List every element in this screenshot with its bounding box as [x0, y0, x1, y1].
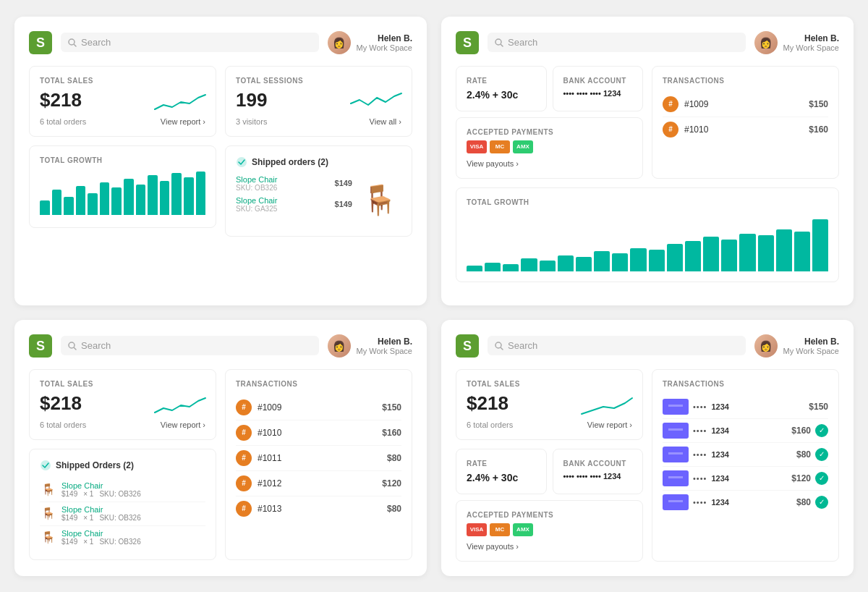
total-sessions-card-1: TOTAL SESSIONS 199 3 visitors View all › [225, 66, 412, 137]
search-bar-1[interactable]: Search [61, 33, 319, 52]
bar2-11 [649, 250, 665, 271]
svg-text:S: S [36, 35, 45, 50]
shipped-title-3: Shipped Orders (2) [40, 460, 205, 471]
total-sessions-footer-1: 3 visitors View all › [236, 117, 401, 126]
transactions-title-3: TRANSACTIONS [236, 380, 401, 388]
view-report-link-1[interactable]: View report › [161, 117, 205, 126]
search-placeholder-2: Search [508, 37, 537, 48]
avatar-1: 👩 [328, 31, 351, 54]
tx-amount-3-1: $150 [382, 402, 401, 413]
svg-line-12 [75, 347, 77, 350]
bar-11 [160, 181, 170, 215]
shipped-item-3-1: 🪑 Slope Chair $149 × 1 SKU: OB326 [40, 478, 205, 502]
bar2-14 [703, 237, 719, 271]
rate-card-4: RATE 2.4% + 30c [456, 449, 547, 494]
user-name-4: Helen B. [783, 337, 839, 347]
avatar-2: 👩 [754, 31, 778, 54]
search-bar-2[interactable]: Search [488, 33, 746, 52]
search-icon-4 [495, 342, 503, 350]
svg-line-17 [501, 347, 503, 350]
tx-id-3-1: #1009 [258, 402, 281, 413]
tx-item-3-1: # #1009 $150 [236, 395, 401, 420]
sales-sparkline-3 [155, 392, 205, 418]
tx-badge-3-2: # [236, 425, 252, 441]
check-icon-4-5: ✓ [815, 496, 828, 509]
card-icon-4-1 [663, 399, 689, 415]
user-area-1: 👩 Helen B. My Work Space [328, 31, 412, 54]
panel4-left: TOTAL SALES $218 6 total orders View rep… [456, 369, 643, 562]
tx-card-item-4-5: •••• 1234 $80 ✓ [663, 491, 828, 514]
accepted-payments-card-2: ACCEPTED PAYMENTS VISA MC AMX View payou… [456, 117, 643, 179]
rate-value-2: 2.4% + 30c [467, 89, 536, 101]
card-dots-4-2: •••• [693, 426, 707, 435]
tx-badge-2-2: # [663, 122, 678, 138]
bank-label-2: BANK ACCOUNT [563, 77, 633, 85]
total-sessions-label-1: TOTAL SESSIONS [236, 77, 401, 85]
svg-text:S: S [463, 339, 472, 353]
user-info-4: Helen B. My Work Space [783, 337, 839, 355]
view-report-link-3[interactable]: View report › [161, 420, 205, 429]
shipped-card-3: Shipped Orders (2) 🪑 Slope Chair $149 × … [29, 449, 216, 560]
rate-bank-col: RATE 2.4% + 30c BANK ACCOUNT •••• •••• •… [456, 66, 643, 179]
amex-icon-2: AMX [513, 140, 533, 153]
view-payouts-2[interactable]: View payouts › [467, 159, 632, 168]
card-icon-4-2 [663, 423, 689, 439]
item-price-1-2: $149 [335, 200, 352, 208]
item-detail-3-1: $149 × 1 SKU: OB326 [61, 490, 205, 498]
bar2-6 [558, 255, 574, 271]
svg-rect-19 [668, 405, 683, 407]
tx-amount-2-2: $160 [809, 124, 828, 135]
view-report-link-4[interactable]: View report › [587, 420, 632, 429]
growth-title-1: TOTAL GROWTH [40, 156, 205, 164]
search-icon-3 [68, 342, 77, 350]
bar-5 [88, 193, 98, 215]
panel3-content: TOTAL SALES $218 6 total orders View rep… [29, 369, 412, 560]
tx-badge-2-1: # [663, 96, 678, 112]
card-icon-4-3 [663, 447, 689, 462]
panel2-header: S Search 👩 Helen B. My Work Space [456, 31, 839, 54]
shopify-logo-4: S [456, 334, 479, 358]
svg-text:S: S [463, 35, 472, 50]
check-icon-4-3: ✓ [815, 448, 828, 461]
tx-amount-2-1: $150 [809, 99, 828, 109]
bar2-16 [739, 234, 755, 271]
payment-icons-4: VISA MC AMX [467, 523, 632, 536]
bar2-13 [685, 241, 701, 271]
shipped-orders-title-1: Shipped orders (2) [252, 157, 328, 167]
visa-icon-2: VISA [467, 140, 487, 153]
bank-value-2: •••• •••• •••• 1234 [563, 89, 633, 98]
bar2-9 [612, 253, 628, 271]
dashboard-grid: S Search 👩 Helen B. My Work Space [14, 17, 854, 576]
avatar-img-2: 👩 [754, 31, 778, 54]
view-payouts-4[interactable]: View payouts › [467, 542, 632, 551]
search-bar-4[interactable]: Search [488, 336, 746, 355]
growth-barchart-1 [40, 172, 205, 215]
card-dots-4-3: •••• [693, 450, 707, 459]
total-sessions-value-1: 199 [236, 89, 267, 111]
growth-title-2: TOTAL GROWTH [467, 198, 828, 206]
shopify-logo-2: S [456, 31, 479, 54]
mc-icon-2: MC [490, 140, 510, 153]
shipped-item-info-3-2: Slope Chair $149 × 1 SKU: OB326 [61, 505, 205, 522]
total-sales-card-4: TOTAL SALES $218 6 total orders View rep… [456, 369, 643, 440]
tx-badge-3-1: # [236, 399, 252, 415]
shipped-item-1-2: Slope Chair SKU: GA325 $149 [236, 196, 352, 213]
bar-7 [111, 187, 122, 215]
check-icon-4-4: ✓ [815, 472, 828, 485]
user-area-3: 👩 Helen B. My Work Space [328, 334, 412, 358]
search-placeholder-3: Search [81, 340, 111, 351]
search-bar-3[interactable]: Search [61, 336, 319, 355]
tx-id-3-2: #1010 [258, 428, 281, 438]
bar2-19 [794, 232, 810, 271]
total-sales-label-3: TOTAL SALES [40, 380, 205, 388]
bar-13 [184, 177, 194, 215]
panel-3: S Search 👩 Helen B. My Work Space [14, 320, 427, 576]
bar-14 [196, 172, 206, 215]
tx-amount-3-5: $80 [387, 504, 401, 514]
item-detail-3-2: $149 × 1 SKU: OB326 [61, 514, 205, 522]
shipped-icon-3 [40, 460, 51, 471]
avatar-3: 👩 [328, 334, 351, 358]
view-all-link-1[interactable]: View all › [370, 117, 401, 126]
tx-badge-3-4: # [236, 475, 252, 491]
transactions-card-4: TRANSACTIONS •••• 1234 $150 [652, 369, 839, 562]
